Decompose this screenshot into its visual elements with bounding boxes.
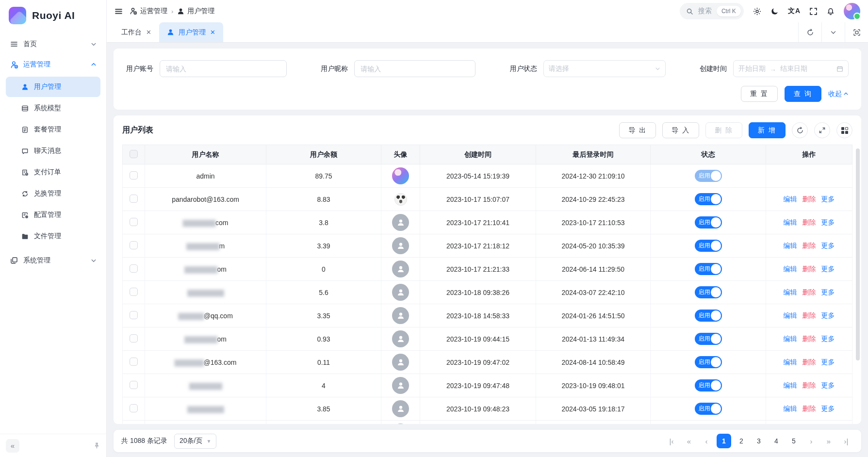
status-toggle[interactable]: 启用 xyxy=(695,403,722,415)
close-icon[interactable]: ✕ xyxy=(146,29,151,36)
next-page-button[interactable]: › xyxy=(804,434,819,448)
more-link[interactable]: 更多 xyxy=(821,358,835,367)
status-toggle[interactable]: 启用 xyxy=(695,310,722,322)
row-checkbox[interactable] xyxy=(130,381,138,389)
sidebar-item-config-management[interactable]: 配置管理 xyxy=(6,205,100,225)
edit-link[interactable]: 编辑 xyxy=(784,335,797,343)
more-link[interactable]: 更多 xyxy=(821,335,835,343)
account-input[interactable] xyxy=(160,60,287,77)
delete-link[interactable]: 删除 xyxy=(802,288,816,297)
last-page-button[interactable]: ›| xyxy=(839,434,853,448)
status-toggle[interactable]: 启用 xyxy=(695,356,722,368)
status-toggle[interactable]: 启用 xyxy=(695,193,722,205)
status-toggle[interactable]: 启用 xyxy=(695,263,722,275)
sidebar-item-payment-orders[interactable]: 支付订单 xyxy=(6,162,100,182)
row-checkbox[interactable] xyxy=(130,195,138,203)
refresh-icon[interactable] xyxy=(792,122,808,138)
edit-link[interactable]: 编辑 xyxy=(784,265,797,274)
delete-link[interactable]: 删除 xyxy=(802,195,816,204)
sidebar-item-package-management[interactable]: 套餐管理 xyxy=(6,119,100,140)
sidebar-collapse-button[interactable]: « xyxy=(6,439,19,453)
select-all-checkbox[interactable] xyxy=(130,150,138,158)
row-checkbox[interactable] xyxy=(130,288,138,296)
status-toggle[interactable]: 启用 xyxy=(695,379,722,392)
row-checkbox[interactable] xyxy=(130,404,138,412)
breadcrumb-item-operations[interactable]: 运营管理 xyxy=(130,7,167,16)
status-toggle[interactable]: 启用 xyxy=(695,216,722,228)
delete-link[interactable]: 删除 xyxy=(802,218,816,227)
chevron-down-icon[interactable] xyxy=(821,22,845,42)
status-toggle[interactable]: 启用 xyxy=(695,333,722,345)
tab-workspace[interactable]: 工作台 ✕ xyxy=(114,22,159,42)
sidebar-item-chat-messages[interactable]: 聊天消息 xyxy=(6,141,100,161)
status-toggle[interactable]: 启用 xyxy=(695,170,722,182)
sidebar-group-home[interactable]: 首页 xyxy=(5,34,101,54)
edit-link[interactable]: 编辑 xyxy=(784,288,797,297)
language-icon[interactable]: 文A xyxy=(788,7,801,16)
user-avatar[interactable] xyxy=(844,3,860,19)
more-link[interactable]: 更多 xyxy=(821,265,835,274)
focus-mode-icon[interactable] xyxy=(845,22,868,42)
row-checkbox[interactable] xyxy=(130,264,138,273)
collapse-filters-link[interactable]: 收起 xyxy=(828,90,849,98)
add-button[interactable]: 新 增 xyxy=(749,122,786,138)
delete-link[interactable]: 删除 xyxy=(802,381,816,390)
page-size-select[interactable]: 20条/页 ▼ xyxy=(174,434,216,449)
expand-icon[interactable] xyxy=(814,122,830,138)
row-checkbox[interactable] xyxy=(130,171,138,180)
import-button[interactable]: 导 入 xyxy=(662,122,699,138)
first-page-button[interactable]: |‹ xyxy=(664,434,679,448)
more-link[interactable]: 更多 xyxy=(821,311,835,320)
jump-forward-button[interactable]: » xyxy=(821,434,836,448)
more-link[interactable]: 更多 xyxy=(821,405,835,413)
page-button-4[interactable]: 4 xyxy=(769,434,784,448)
prev-page-button[interactable]: ‹ xyxy=(699,434,714,448)
edit-link[interactable]: 编辑 xyxy=(784,358,797,367)
row-checkbox[interactable] xyxy=(130,334,138,343)
pin-icon[interactable] xyxy=(93,442,100,449)
tab-user-management[interactable]: 用户管理 ✕ xyxy=(159,22,223,42)
more-link[interactable]: 更多 xyxy=(821,242,835,250)
sidebar-item-file-management[interactable]: 文件管理 xyxy=(6,226,100,246)
more-link[interactable]: 更多 xyxy=(821,195,835,204)
page-button-2[interactable]: 2 xyxy=(734,434,749,448)
delete-link[interactable]: 删除 xyxy=(802,265,816,274)
reset-button[interactable]: 重 置 xyxy=(741,86,778,102)
status-toggle[interactable]: 启用 xyxy=(695,286,722,298)
more-link[interactable]: 更多 xyxy=(821,288,835,297)
column-settings-icon[interactable] xyxy=(836,122,852,138)
edit-link[interactable]: 编辑 xyxy=(784,405,797,413)
export-button[interactable]: 导 出 xyxy=(619,122,656,138)
hamburger-icon[interactable] xyxy=(115,7,123,16)
delete-link[interactable]: 删除 xyxy=(802,242,816,250)
refresh-icon[interactable] xyxy=(798,22,821,42)
fullscreen-icon[interactable] xyxy=(809,7,818,16)
edit-link[interactable]: 编辑 xyxy=(784,195,797,204)
page-button-1[interactable]: 1 xyxy=(717,434,731,448)
delete-link[interactable]: 删除 xyxy=(802,335,816,343)
nickname-input[interactable] xyxy=(354,60,475,77)
status-toggle[interactable]: 启用 xyxy=(695,240,722,252)
close-icon[interactable]: ✕ xyxy=(210,29,215,36)
sidebar-item-user-management[interactable]: 用户管理 xyxy=(6,77,100,97)
delete-link[interactable]: 删除 xyxy=(802,311,816,320)
sidebar-item-system-models[interactable]: 系统模型 xyxy=(6,98,100,118)
delete-link[interactable]: 删除 xyxy=(802,405,816,413)
sidebar-group-system[interactable]: 系统管理 xyxy=(5,250,101,271)
row-checkbox[interactable] xyxy=(130,218,138,226)
vertical-scrollbar[interactable] xyxy=(856,148,860,420)
more-link[interactable]: 更多 xyxy=(821,218,835,227)
edit-link[interactable]: 编辑 xyxy=(784,311,797,320)
row-checkbox[interactable] xyxy=(130,358,138,366)
more-link[interactable]: 更多 xyxy=(821,381,835,390)
sidebar-group-operations[interactable]: 运营管理 xyxy=(5,54,101,75)
date-range-picker[interactable]: 开始日期 → 结束日期 xyxy=(733,60,849,77)
search-button[interactable]: 查 询 xyxy=(785,86,821,102)
edit-link[interactable]: 编辑 xyxy=(784,381,797,390)
jump-back-button[interactable]: « xyxy=(682,434,696,448)
row-checkbox[interactable] xyxy=(130,241,138,249)
dark-mode-moon-icon[interactable] xyxy=(770,7,779,16)
global-search[interactable]: 搜索 Ctrl K xyxy=(680,3,744,19)
page-button-5[interactable]: 5 xyxy=(786,434,801,448)
delete-button[interactable]: 删 除 xyxy=(705,122,742,138)
